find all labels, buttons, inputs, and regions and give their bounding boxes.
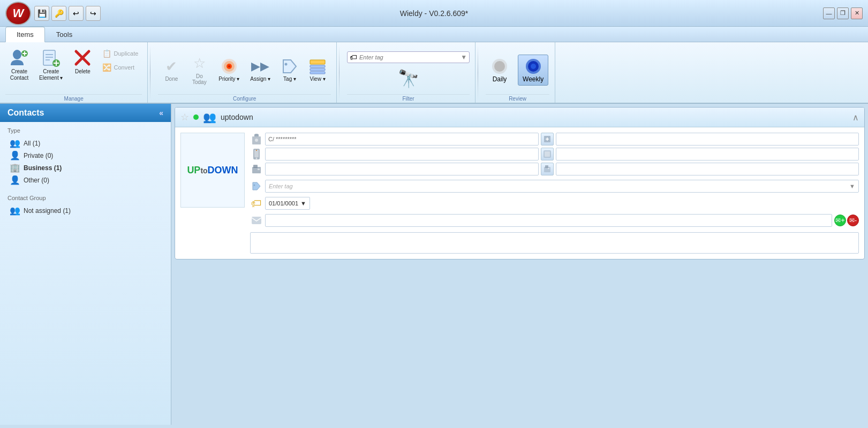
date-dropdown-button[interactable]: ▼ bbox=[300, 200, 306, 207]
all-label: All (1) bbox=[24, 140, 40, 147]
address-action-button[interactable] bbox=[541, 133, 554, 146]
close-button[interactable]: ✕ bbox=[851, 7, 863, 19]
app-title: Wieldy - V0.2.6.609* bbox=[400, 9, 469, 18]
sidebar-item-private[interactable]: 👤 Private (0) bbox=[7, 149, 163, 162]
email-row: ✉+ ✉- bbox=[250, 214, 859, 227]
svg-point-28 bbox=[255, 139, 258, 142]
duplicate-button[interactable]: 📋 Duplicate bbox=[99, 48, 142, 59]
minimize-button[interactable]: — bbox=[823, 7, 835, 19]
review-buttons: Daily Weekly bbox=[486, 45, 549, 94]
delete-icon bbox=[73, 48, 92, 67]
redo-button[interactable]: ↪ bbox=[86, 6, 101, 21]
create-contact-button[interactable]: CreateContact bbox=[5, 45, 33, 84]
not-assigned-label: Not assigned (1) bbox=[24, 207, 71, 215]
sidebar-item-other[interactable]: 👤 Other (0) bbox=[7, 174, 163, 186]
svg-rect-37 bbox=[545, 151, 550, 157]
tab-items[interactable]: Items bbox=[5, 27, 45, 42]
svg-rect-20 bbox=[310, 68, 325, 71]
done-icon: ✔ bbox=[163, 58, 180, 75]
ribbon-group-review: Daily Weekly Review bbox=[480, 42, 555, 103]
address-right-input[interactable] bbox=[556, 133, 859, 146]
address-input[interactable] bbox=[265, 133, 539, 146]
sidebar-item-business[interactable]: 🏢 Business (1) bbox=[7, 162, 163, 174]
tag-dropdown-arrow[interactable]: ▼ bbox=[849, 183, 855, 189]
contact-logo: UPtoDOWN bbox=[180, 133, 245, 208]
card-body: UPtoDOWN bbox=[175, 127, 864, 259]
svg-rect-45 bbox=[252, 217, 261, 224]
sidebar-item-not-assigned[interactable]: 👥 Not assigned (1) bbox=[7, 204, 163, 217]
create-contact-icon bbox=[10, 48, 29, 67]
create-element-label: CreateElement ▾ bbox=[39, 68, 63, 81]
binoculars-icon: 🔭 bbox=[398, 68, 419, 89]
key-button[interactable]: 🔑 bbox=[51, 6, 66, 21]
ribbon-group-filter: 🏷 ▼ 🔭 Filter bbox=[342, 42, 475, 103]
restore-button[interactable]: ❐ bbox=[837, 7, 849, 19]
group-section-title: Contact Group bbox=[7, 195, 163, 201]
do-today-icon: ☆ bbox=[191, 55, 208, 72]
svg-rect-21 bbox=[310, 72, 325, 74]
fax-right-input[interactable] bbox=[556, 163, 859, 175]
contact-type-icon: 👥 bbox=[203, 111, 216, 124]
delete-label: Delete bbox=[75, 68, 90, 75]
svg-point-35 bbox=[256, 150, 257, 151]
tab-tools[interactable]: Tools bbox=[45, 27, 84, 42]
undo-button[interactable]: ↩ bbox=[69, 6, 84, 21]
delete-button[interactable]: Delete bbox=[69, 45, 96, 78]
svg-point-16 bbox=[228, 65, 230, 67]
binoculars-wrap: 🔭 bbox=[347, 68, 470, 89]
convert-button[interactable]: 🔀 Convert bbox=[99, 62, 142, 73]
fax-input[interactable] bbox=[265, 163, 539, 175]
priority-button[interactable]: Priority ▾ bbox=[214, 55, 244, 85]
done-label: Done bbox=[165, 76, 178, 82]
ribbon-tabs: Items Tools bbox=[0, 27, 868, 42]
tag-button[interactable]: Tag ▾ bbox=[276, 55, 303, 85]
private-icon: 👤 bbox=[10, 150, 20, 160]
weekly-button[interactable]: Weekly bbox=[518, 55, 548, 86]
weekly-label: Weekly bbox=[523, 75, 544, 83]
sidebar-item-all[interactable]: 👥 All (1) bbox=[7, 137, 163, 149]
save-button[interactable]: 💾 bbox=[34, 6, 49, 21]
phone-icon bbox=[250, 148, 263, 160]
sidebar-title: Contacts bbox=[7, 108, 44, 118]
svg-point-23 bbox=[494, 61, 505, 72]
assign-label: Assign ▾ bbox=[250, 76, 270, 82]
type-section-title: Type bbox=[7, 127, 163, 134]
all-icon: 👥 bbox=[10, 138, 20, 148]
contact-card: ☆ 👥 uptodown ∧ UPtoDOWN bbox=[175, 107, 865, 259]
star-icon[interactable]: ☆ bbox=[180, 111, 189, 123]
email-input[interactable] bbox=[265, 214, 832, 227]
app-logo: W bbox=[5, 2, 31, 25]
separator-3 bbox=[478, 45, 478, 100]
email-add-button[interactable]: ✉+ bbox=[834, 215, 846, 226]
filter-dropdown-arrow[interactable]: ▼ bbox=[461, 54, 467, 61]
manage-buttons: CreateContact CreateElement ▾ bbox=[5, 45, 142, 94]
phone-right-input[interactable] bbox=[556, 148, 859, 160]
duplicate-label: Duplicate bbox=[114, 50, 138, 57]
svg-rect-18 bbox=[310, 60, 325, 64]
tag-label: Tag ▾ bbox=[283, 76, 296, 82]
title-bar: W 💾 🔑 ↩ ↪ Wieldy - V0.2.6.609* — ❐ ✕ bbox=[0, 0, 868, 27]
svg-rect-40 bbox=[258, 169, 260, 170]
view-button[interactable]: View ▾ bbox=[304, 55, 331, 85]
separator-2 bbox=[339, 45, 339, 100]
fax-action-button[interactable] bbox=[541, 163, 554, 175]
sidebar-header: Contacts « bbox=[0, 104, 171, 122]
card-collapse-button[interactable]: ∧ bbox=[852, 112, 859, 123]
configure-buttons: ✔ Done ☆ DoToday Priority ▾ bbox=[158, 45, 331, 94]
email-remove-button[interactable]: ✉- bbox=[847, 215, 859, 226]
address-row bbox=[250, 133, 859, 146]
other-label: Other (0) bbox=[24, 177, 49, 184]
business-label: Business (1) bbox=[24, 164, 62, 172]
done-button[interactable]: ✔ Done bbox=[158, 55, 185, 85]
notes-area[interactable] bbox=[250, 232, 859, 254]
view-label: View ▾ bbox=[310, 76, 325, 82]
sidebar-collapse-button[interactable]: « bbox=[159, 109, 163, 117]
create-element-button[interactable]: CreateElement ▾ bbox=[35, 45, 66, 84]
assign-button[interactable]: ▶▶ Assign ▾ bbox=[245, 55, 275, 85]
convert-icon: 🔀 bbox=[102, 63, 111, 72]
phone-input[interactable] bbox=[265, 148, 539, 160]
daily-button[interactable]: Daily bbox=[486, 55, 514, 86]
do-today-button[interactable]: ☆ DoToday bbox=[186, 52, 213, 88]
filter-tag-input[interactable] bbox=[359, 54, 461, 60]
phone-action-button[interactable] bbox=[541, 148, 554, 160]
